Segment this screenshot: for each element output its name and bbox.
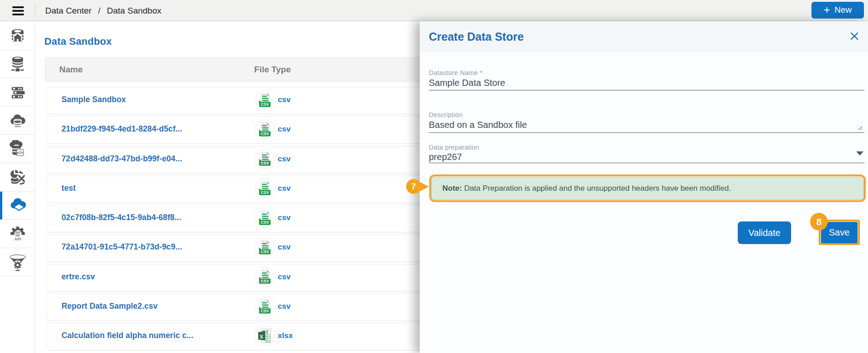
svg-text:CSV: CSV (261, 191, 269, 195)
svg-text:CSV: CSV (261, 102, 269, 107)
svg-text:CSV: CSV (261, 279, 269, 283)
svg-text:CSV: CSV (261, 309, 269, 313)
svg-text:CSV: CSV (261, 249, 269, 254)
svg-text:X: X (260, 334, 264, 339)
svg-text:</>: </> (17, 151, 23, 155)
svg-text:CSV: CSV (261, 161, 269, 165)
svg-text:CSV: CSV (261, 220, 269, 225)
svg-text:API: API (14, 236, 21, 241)
svg-text:CSV: CSV (261, 132, 269, 136)
